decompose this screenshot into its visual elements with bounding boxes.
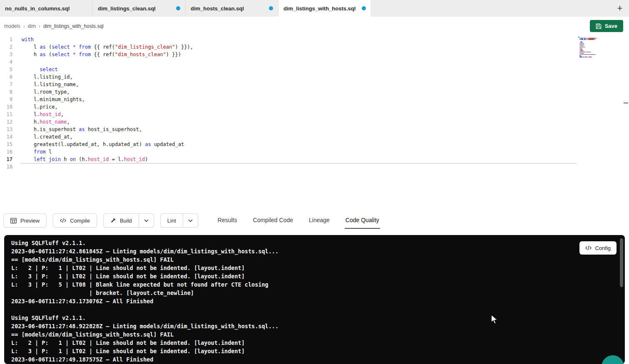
code-icon <box>585 245 592 250</box>
new-tab-button[interactable]: + <box>611 0 629 17</box>
tab-label: no_nulls_in_columns.sql <box>5 5 70 12</box>
lint-button-group: Lint <box>160 213 198 228</box>
code-text: h.host_name, <box>22 118 70 126</box>
code-text: select <box>22 66 58 73</box>
lint-button[interactable]: Lint <box>160 213 183 228</box>
code-line-18[interactable]: 18 <box>0 163 577 171</box>
code-text: with <box>22 36 34 43</box>
editor-tab-bar: no_nulls_in_columns.sqldim_listings_clea… <box>0 0 629 17</box>
code-line-5[interactable]: 5 select <box>0 66 577 73</box>
terminal-scrollbar[interactable] <box>620 238 623 287</box>
code-text: left join h on (h.host_id = l.host_id) <box>22 156 148 163</box>
panel-tab-lineage[interactable]: Lineage <box>308 212 331 229</box>
code-line-4[interactable]: 4 <box>0 58 577 66</box>
tab-bar-tabs: no_nulls_in_columns.sqldim_listings_clea… <box>0 0 371 17</box>
code-line-10[interactable]: 10 l.price, <box>0 103 577 111</box>
code-line-2[interactable]: 2 l as (select * from {{ ref("dim_listin… <box>0 43 577 51</box>
code-line-8[interactable]: 8 l.room_type, <box>0 88 577 96</box>
code-text: l.price, <box>22 103 58 111</box>
unsaved-changes-dot <box>269 6 273 10</box>
panel-tab-compiled-code[interactable]: Compiled Code <box>252 212 294 229</box>
breadcrumb-item[interactable]: dim <box>28 23 36 29</box>
minimap-line <box>578 58 608 59</box>
code-text: from l <box>22 148 52 156</box>
editor-tab[interactable]: dim_listings_clean.sql <box>93 0 186 17</box>
breadcrumb-item[interactable]: models <box>4 23 20 29</box>
panel-tab-results[interactable]: Results <box>217 212 238 229</box>
preview-button-group: Preview <box>3 213 47 228</box>
unsaved-changes-dot <box>176 6 180 10</box>
terminal-line: 2023-06-06T11:27:48.922828Z — Linting mo… <box>11 322 625 330</box>
lint-button-label: Lint <box>167 218 176 224</box>
code-line-3[interactable]: 3 h as (select * from {{ ref("dim_hosts_… <box>0 51 577 58</box>
line-number: 13 <box>0 126 12 133</box>
chevron-down-icon <box>188 219 193 222</box>
terminal-line: L: 3 | P: 1 | LT02 | Line should not be … <box>11 347 625 355</box>
code-line-13[interactable]: 13 h.is_superhost as host_is_superhost, <box>0 126 577 133</box>
code-text: l as (select * from {{ ref("dim_listings… <box>22 43 193 51</box>
terminal-line: L: 3 | P: 5 | LT08 | Blank line expected… <box>11 280 625 289</box>
build-button-label: Build <box>120 218 132 224</box>
editor-tab[interactable]: dim_hosts_clean.sql <box>186 0 278 17</box>
line-number: 14 <box>0 133 12 141</box>
line-number: 4 <box>0 58 12 66</box>
code-line-17[interactable]: 17 left join h on (h.host_id = l.host_id… <box>0 156 577 163</box>
code-line-14[interactable]: 14 l.created_at, <box>0 133 577 141</box>
code-line-15[interactable]: 15 greatest(l.updated_at, h.updated_at) … <box>0 141 577 148</box>
line-number: 17 <box>0 156 12 163</box>
code-line-16[interactable]: 16 from l <box>0 148 577 156</box>
code-line-7[interactable]: 7 l.listing_name, <box>0 81 577 88</box>
panel-tab-code-quality[interactable]: Code Quality <box>345 212 380 229</box>
save-icon <box>596 23 602 29</box>
editor-tab[interactable]: no_nulls_in_columns.sql <box>0 0 93 17</box>
terminal-line: L: 2 | P: 1 | LT02 | Line should not be … <box>11 264 625 272</box>
preview-button[interactable]: Preview <box>3 213 47 228</box>
editor-scrollbar-mark <box>624 102 628 104</box>
line-number: 9 <box>0 96 12 103</box>
code-line-6[interactable]: 6 l.listing_id, <box>0 73 577 81</box>
build-button-group: Build <box>103 213 154 228</box>
toolbar-actions: PreviewCompileBuildLint <box>3 212 198 229</box>
code-line-12[interactable]: 12 h.host_name, <box>0 118 577 126</box>
lint-dropdown-button[interactable] <box>183 213 198 228</box>
save-button[interactable]: Save <box>590 20 623 32</box>
terminal-line: 2023-06-06T11:27:43.173076Z — All Finish… <box>11 297 625 305</box>
breadcrumb-item[interactable]: dim_listings_with_hosts.sql <box>43 23 104 29</box>
code-text: l.room_type, <box>22 88 70 96</box>
code-editor[interactable]: 1with2 l as (select * from {{ ref("dim_l… <box>0 35 629 210</box>
line-number: 10 <box>0 103 12 111</box>
line-number: 2 <box>0 43 12 51</box>
code-line-11[interactable]: 11 l.host_id, <box>0 111 577 118</box>
line-number: 3 <box>0 51 12 58</box>
code-line-1[interactable]: 1with <box>0 36 577 43</box>
line-number: 7 <box>0 81 12 88</box>
terminal-line: L: 3 | P: 1 | LT02 | Line should not be … <box>11 272 625 280</box>
dbt-ide-screen: no_nulls_in_columns.sqldim_listings_clea… <box>0 0 629 364</box>
minimap[interactable] <box>578 37 608 59</box>
line-number: 15 <box>0 141 12 148</box>
breadcrumb-separator: › <box>39 23 40 29</box>
chevron-down-icon <box>144 219 149 222</box>
code-text: greatest(l.updated_at, h.updated_at) as … <box>22 141 184 148</box>
build-button[interactable]: Build <box>103 213 139 228</box>
breadcrumb-separator: › <box>23 23 25 29</box>
tab-label: dim_hosts_clean.sql <box>191 5 244 12</box>
code-lines: 1with2 l as (select * from {{ ref("dim_l… <box>0 35 577 171</box>
code-text: l.listing_name, <box>22 81 79 88</box>
code-text: l.listing_id, <box>22 73 73 81</box>
terminal-line: Using SQLFluff v2.1.1. <box>11 239 625 247</box>
compile-button-label: Compile <box>70 218 90 224</box>
code-line-9[interactable]: 9 l.minimum_nights, <box>0 96 577 103</box>
build-dropdown-button[interactable] <box>139 213 154 228</box>
compile-button[interactable]: Compile <box>53 213 97 228</box>
preview-button-label: Preview <box>20 218 40 224</box>
config-button[interactable]: Config <box>579 241 617 255</box>
panel-tabs: ResultsCompiled CodeLineageCode Quality <box>217 212 380 229</box>
save-button-label: Save <box>605 23 617 29</box>
tab-label: dim_listings_clean.sql <box>98 5 156 12</box>
line-number: 1 <box>0 36 12 43</box>
compile-code-icon <box>60 218 66 223</box>
terminal-output: Using SQLFluff v2.1.1.2023-06-06T11:27:4… <box>11 239 625 364</box>
editor-tab[interactable]: dim_listings_with_hosts.sql <box>278 0 371 17</box>
terminal-line: 2023-06-06T11:27:42.861845Z — Linting mo… <box>11 247 625 255</box>
